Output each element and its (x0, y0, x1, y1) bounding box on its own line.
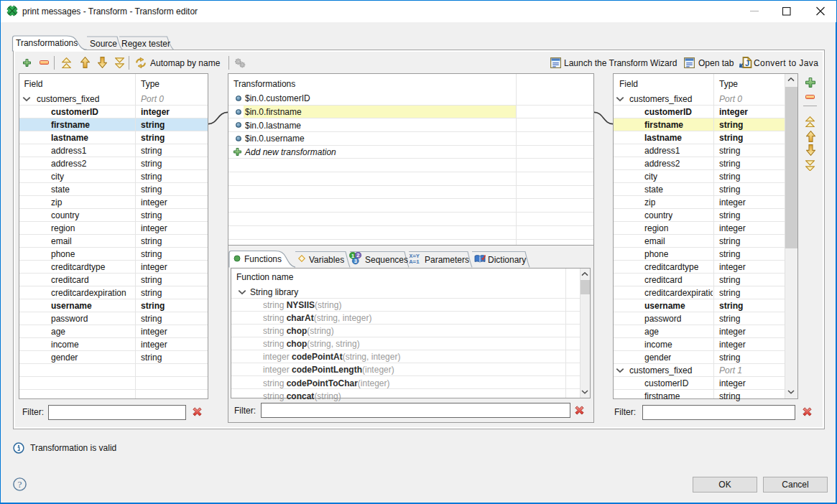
svg-text:?: ? (18, 479, 22, 490)
svg-text:A=1: A=1 (410, 258, 420, 265)
svg-text:2: 2 (356, 252, 359, 258)
svg-text:J: J (745, 59, 749, 67)
svg-text:3: 3 (354, 258, 357, 264)
